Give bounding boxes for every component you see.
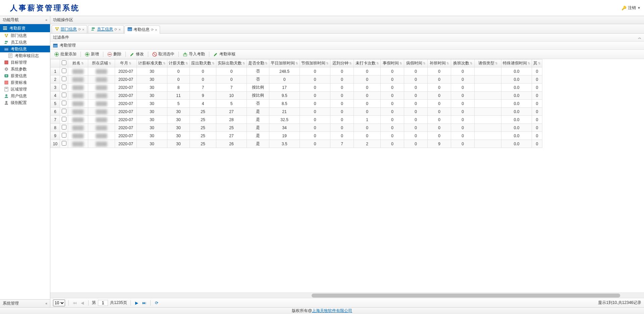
row-checkbox[interactable] (62, 76, 66, 81)
table-row[interactable]: 9████████2020-0730302527是1900000000.00 (51, 132, 542, 140)
row-checkbox[interactable] (62, 109, 66, 113)
collapse-icon[interactable]: « (45, 302, 47, 305)
table-row[interactable]: 2████████2020-0730000否000000000.00 (51, 75, 542, 84)
row-checkbox[interactable] (62, 141, 66, 146)
tab-0[interactable]: 部门信息 ⟳× (52, 25, 87, 33)
logout-link[interactable]: 🔑 注销 ▼ (622, 5, 641, 11)
table-row[interactable]: 8████████2020-0730302525是3400000000.00 (51, 124, 542, 132)
sidebar-item-4[interactable]: 目标管理 (0, 59, 50, 66)
column-header-1[interactable] (60, 59, 68, 67)
sidebar-section-title[interactable]: 考勤薪资 (0, 24, 50, 32)
scrollbar-thumb[interactable] (312, 294, 620, 298)
grid-wrapper[interactable]: 姓名⇅所在店铺⇅年月⇅计薪标准天数⇅计薪天数⇅应出勤天数⇅实际出勤天数⇅是否全勤… (50, 59, 644, 293)
sort-icon: ⇅ (528, 62, 530, 65)
sidebar-item-5[interactable]: 系统参数 (0, 66, 50, 72)
column-header-8[interactable]: 实际出勤天数⇅ (216, 59, 247, 67)
horizontal-scrollbar[interactable] (50, 293, 644, 298)
cell: 30 (137, 100, 167, 108)
column-header-14[interactable]: 事假时间⇅ (381, 59, 404, 67)
column-header-11[interactable]: 节假加班时间⇅ (300, 59, 330, 67)
table-row[interactable]: 3████████2020-0730877按比例1700000000.00 (51, 84, 542, 92)
sidebar-item-0[interactable]: 部门信息 (0, 32, 50, 39)
tab-1[interactable]: 员工信息 ⟳× (88, 25, 123, 33)
column-header-19[interactable]: 特殊请假时间⇅ (501, 59, 532, 67)
add-button[interactable]: 新增 (83, 51, 101, 58)
column-header-20[interactable]: 其⇅ (532, 59, 542, 67)
page-size-select[interactable]: 10 (53, 300, 65, 306)
sidebar-item-6[interactable]: $薪资信息 (0, 72, 50, 79)
row-checkbox[interactable] (62, 85, 66, 89)
sidebar-item-1[interactable]: 员工信息 (0, 39, 50, 46)
row-checkbox[interactable] (62, 93, 66, 97)
refresh-icon[interactable]: ⟳ (114, 28, 117, 31)
first-page-button[interactable]: ⏮ (72, 300, 77, 306)
edit-button[interactable]: 修改 (128, 51, 146, 58)
column-header-10[interactable]: 平日加班时间⇅ (269, 59, 300, 67)
data-grid: 姓名⇅所在店铺⇅年月⇅计薪标准天数⇅计薪天数⇅应出勤天数⇅实际出勤天数⇅是否全勤… (50, 59, 542, 148)
import-button[interactable]: 导入考勤 (181, 51, 207, 58)
column-header-18[interactable]: 请假类型⇅ (475, 59, 501, 67)
sidebar-item-7[interactable]: 薪资标准 (0, 79, 50, 86)
sidebar-item-9[interactable]: 用户信息 (0, 93, 50, 99)
column-header-2[interactable]: 姓名⇅ (68, 59, 88, 67)
cell: 30 (137, 124, 167, 132)
table-row[interactable]: 7████████2020-0730302528是32.500100000.00 (51, 116, 542, 124)
select-all-checkbox[interactable] (62, 60, 66, 65)
column-header-6[interactable]: 计薪天数⇅ (167, 59, 190, 67)
column-header-7[interactable]: 应出勤天数⇅ (190, 59, 216, 67)
column-header-12[interactable]: 迟到分钟⇅ (330, 59, 354, 67)
last-page-button[interactable]: ⏭ (142, 300, 147, 306)
cell (60, 84, 68, 92)
column-header-0[interactable] (51, 59, 60, 67)
column-header-3[interactable]: 所在店铺⇅ (88, 59, 115, 67)
table-row[interactable]: 4████████2020-073011910按比例9.500000000.00 (51, 92, 542, 100)
refresh-button[interactable]: ⟳ (154, 300, 159, 306)
row-checkbox[interactable] (62, 117, 66, 121)
cell (60, 92, 68, 100)
svg-rect-15 (5, 81, 8, 84)
row-checkbox[interactable] (62, 125, 66, 129)
column-header-5[interactable]: 计薪标准天数⇅ (137, 59, 167, 67)
batch-add-button[interactable]: 批量添加 (52, 51, 78, 58)
tab-2[interactable]: 考勤信息 ⟳× (124, 25, 160, 34)
filter-bar[interactable]: 过滤条件 ︽ (50, 34, 644, 42)
table-row[interactable]: 5████████2020-0730545否8.500000000.00 (51, 100, 542, 108)
delete-button[interactable]: 删除 (105, 51, 123, 58)
column-header-15[interactable]: 病假时间⇅ (404, 59, 428, 67)
svg-rect-11 (5, 61, 8, 64)
audit-button[interactable]: 考勤审核 (211, 51, 237, 58)
table-row[interactable]: 1████████2020-0730000否248.500000000.00 (51, 67, 542, 75)
refresh-icon[interactable]: ⟳ (151, 28, 154, 32)
close-icon[interactable]: × (82, 28, 84, 32)
people-icon (4, 40, 9, 45)
logout-label: 注销 (628, 5, 636, 11)
table-row[interactable]: 6████████2020-0730302527是2100000000.00 (51, 108, 542, 116)
prev-page-button[interactable]: ◀ (79, 300, 85, 306)
sidebar-item-10[interactable]: 级别配置 (0, 99, 50, 106)
column-header-17[interactable]: 换班次数⇅ (451, 59, 475, 67)
column-header-16[interactable]: 补班时间⇅ (428, 59, 451, 67)
close-icon[interactable]: × (118, 28, 120, 32)
sidebar-item-8[interactable]: 区域管理 (0, 86, 50, 93)
cell: 30 (137, 67, 167, 75)
column-header-9[interactable]: 是否全勤⇅ (247, 59, 269, 67)
column-header-4[interactable]: 年月⇅ (115, 59, 137, 67)
cell: 1 (354, 116, 381, 124)
row-checkbox[interactable] (62, 133, 66, 138)
collapse-icon[interactable]: « (45, 18, 47, 22)
sidebar-item-2[interactable]: 考勤信息 (0, 46, 50, 52)
cancel-select-button[interactable]: 取消选中 (150, 51, 176, 58)
column-header-13[interactable]: 未打卡次数⇅ (354, 59, 381, 67)
close-icon[interactable]: × (155, 28, 157, 32)
refresh-icon[interactable]: ⟳ (78, 28, 81, 31)
sidebar-footer[interactable]: 系统管理 « (0, 299, 50, 307)
row-checkbox[interactable] (62, 101, 66, 105)
table-row[interactable]: 10████████2020-0730302526是3.507200900.00 (51, 140, 542, 148)
footer-link[interactable]: 上海天牧软件有限公司 (312, 308, 352, 314)
next-page-button[interactable]: ▶ (134, 300, 140, 306)
page-number-input[interactable] (98, 300, 108, 306)
row-checkbox[interactable] (62, 68, 66, 73)
expand-icon[interactable]: ︽ (638, 35, 641, 40)
sidebar-header: 功能导航 « (0, 16, 50, 24)
sidebar-item-3[interactable]: 考勤审核日志 (0, 52, 50, 59)
